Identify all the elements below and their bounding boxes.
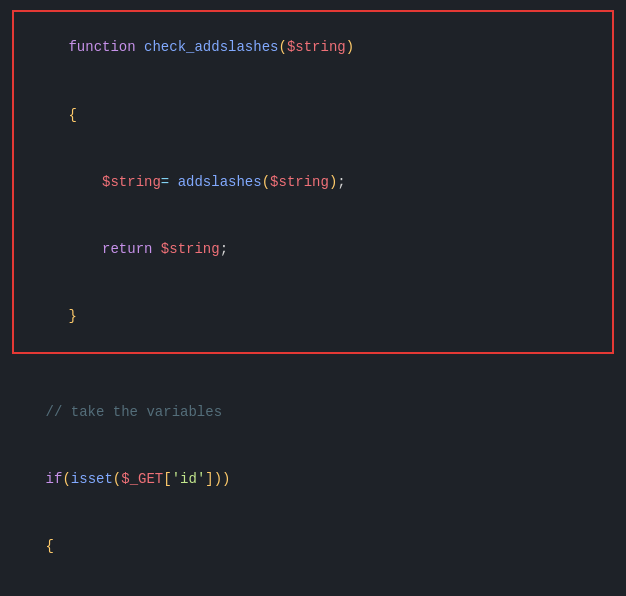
code-line-open-brace: { [18,81,608,148]
code-line-id-assign: $id=check_addslashes($_GET['id']); [12,580,614,596]
code-line-close-brace: } [18,283,608,350]
function-block-highlight: function check_addslashes($string) { $st… [12,10,614,354]
code-line-addslashes: $string= addslashes($string); [18,148,608,215]
keyword-function: function [68,39,135,55]
param-string: $string [287,39,346,55]
code-comment-take-vars: // take the variables [12,378,614,445]
code-line-isset: if(isset($_GET['id'])) [12,445,614,512]
code-line-return: return $string; [18,216,608,283]
function-name: check_addslashes [144,39,278,55]
code-line-func-def: function check_addslashes($string) [18,14,608,81]
code-editor: function check_addslashes($string) { $st… [0,0,626,596]
code-line-open-brace2: { [12,513,614,580]
blank-line-1 [12,356,614,378]
